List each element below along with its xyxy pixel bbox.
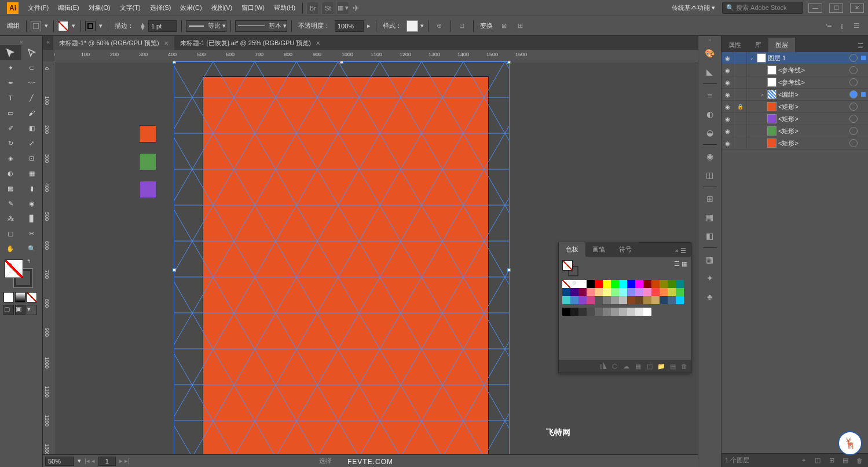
gradient-mode-icon[interactable] [15,292,25,302]
swatch-cell[interactable] [676,296,684,304]
swatch-cell[interactable]: ⊕ [570,280,578,288]
swatch-cell[interactable] [651,288,660,296]
swatch-menu-icon[interactable]: ⬡ [610,362,620,371]
visibility-icon[interactable]: ◉ [721,125,734,137]
transform-panel-icon[interactable]: ◧ [702,228,718,244]
swatch-cell[interactable] [619,288,627,296]
swatches-panel[interactable]: 色板 画笔 符号 » ☰ ☰ ▦ ⊕ ⫿◣ ⬡ ☁ ▦ ◫ 📁 ▤ 🗑 [558,242,691,373]
swatch-cell[interactable] [603,288,611,296]
tab-properties[interactable]: 属性 [721,38,748,52]
tool-eraser[interactable]: ◧ [21,121,43,136]
tab-brushes[interactable]: 画笔 [585,242,612,257]
visibility-icon[interactable]: ◉ [721,101,734,112]
tool-hand[interactable]: ✋ [0,241,21,256]
tool-eyedropper[interactable]: ✎ [0,196,21,211]
gpu-icon[interactable]: ✈ [353,3,360,13]
stock-button[interactable]: St [321,2,334,14]
clip-mask-icon[interactable]: ◫ [812,455,823,466]
swatch-cell[interactable] [595,288,603,296]
tool-zoom[interactable]: 🔍 [21,241,43,256]
transform-label[interactable]: 变换 [480,21,493,30]
close-tab-icon[interactable]: ✕ [164,40,169,46]
tool-artboard[interactable]: ▢ [0,226,21,241]
swatch-cell[interactable] [562,296,570,304]
swatch-cell[interactable] [562,308,570,316]
swatch-cell[interactable] [603,296,611,304]
zoom-input[interactable] [45,457,74,466]
new-sublayer-icon[interactable]: ⊞ [826,455,837,466]
tool-brush[interactable]: 🖌 [21,105,43,121]
tool-mesh[interactable]: ▩ [0,181,21,196]
swatch-cell[interactable] [676,280,684,288]
tool-symbol-spray[interactable]: ⁂ [0,211,21,226]
menu-edit[interactable]: 编辑(E) [53,1,84,14]
lock-icon[interactable] [734,137,747,149]
swatches-dock-icon[interactable]: ▦ [702,251,718,268]
menu-view[interactable]: 视图(V) [207,1,237,14]
lock-icon[interactable]: 🔒 [734,101,747,112]
lock-icon[interactable] [734,52,747,64]
transparency-icon[interactable]: ◒ [702,125,718,141]
stroke-swatch[interactable] [85,21,96,31]
swatch-cell[interactable] [619,308,627,316]
tab-doc2[interactable]: 未标题-1 [已恢复].ai* @ 25% (RGB/GPU 预览)✕ [174,36,326,50]
tool-graph[interactable]: ▊ [21,211,43,226]
locate-icon[interactable]: ⌖ [799,455,809,466]
layer-row[interactable]: ◉🔒<矩形> [721,101,868,113]
align-icon[interactable]: ⊡ [455,19,469,33]
swatch-cell[interactable] [643,280,651,288]
list-view-icon[interactable]: ☰ [674,260,680,267]
lock-icon[interactable] [734,89,747,100]
lock-icon[interactable] [734,76,747,88]
tab-layers[interactable]: 图层 [768,38,795,52]
layer-row[interactable]: ◉<矩形> [721,137,868,149]
menu-help[interactable]: 帮助(H) [269,1,300,14]
visibility-icon[interactable]: ◉ [721,64,734,76]
target-icon[interactable] [849,115,858,123]
tool-rotate[interactable]: ↻ [0,136,21,151]
swatch-cell[interactable] [619,296,627,304]
swatch-cell[interactable] [627,308,635,316]
swatch-cell[interactable] [627,288,635,296]
swatch-cell[interactable] [611,288,619,296]
swatch-cell[interactable] [668,296,676,304]
target-icon[interactable] [849,54,858,62]
layer-row[interactable]: ◉<参考线> [721,76,868,89]
swatch-cell[interactable] [619,280,627,288]
appearance-icon[interactable]: ◉ [702,148,718,165]
workspace-switcher[interactable]: 传统基本功能 ▾ [668,2,719,13]
target-icon[interactable] [849,139,858,147]
swatch-cell[interactable] [603,308,611,316]
tool-lasso[interactable]: ⊂ [21,60,43,75]
swatch-cell[interactable] [611,280,619,288]
none-mode-icon[interactable] [27,292,37,302]
search-stock-input[interactable]: 🔍 搜索 Adobe Stock [722,2,803,14]
visibility-icon[interactable]: ◉ [721,76,734,88]
swatch-cell[interactable] [660,288,668,296]
swatch-cell[interactable] [578,296,587,304]
menu-window[interactable]: 窗口(W) [237,1,269,14]
target-icon[interactable] [849,127,858,135]
swatch-cell[interactable] [668,288,676,296]
color-mode-icon[interactable] [3,292,14,302]
layers-list[interactable]: ◉⌄图层 1◉<参考线>◉<参考线>◉›<编组>◉🔒<矩形>◉<矩形>◉<矩形>… [721,52,868,253]
target-icon[interactable] [849,90,858,98]
fill-swatch[interactable] [58,21,68,31]
artboard-nav-input[interactable] [98,457,116,466]
swatch-cell[interactable] [611,296,619,304]
new-layer-icon[interactable]: ▤ [840,455,851,466]
gradient-panel-icon[interactable]: ◐ [702,106,718,122]
swatch-cell[interactable] [660,296,668,304]
align-panel-icon[interactable]: ⊞ [702,191,718,207]
tool-gradient[interactable]: ▮ [21,181,43,196]
recolor-icon[interactable]: ⊕ [433,19,446,33]
swatch-cell[interactable] [578,288,587,296]
target-icon[interactable] [849,66,858,74]
target-icon[interactable] [849,103,858,111]
tool-perspective[interactable]: ▦ [21,166,43,181]
tab-swatches[interactable]: 色板 [559,242,585,257]
tab-libraries[interactable]: 库 [748,38,768,52]
width-profile-select[interactable]: 等比▾ [186,20,226,32]
brush-def-select[interactable]: 基本▾ [235,20,287,32]
menu-file[interactable]: 文件(F) [23,1,53,14]
